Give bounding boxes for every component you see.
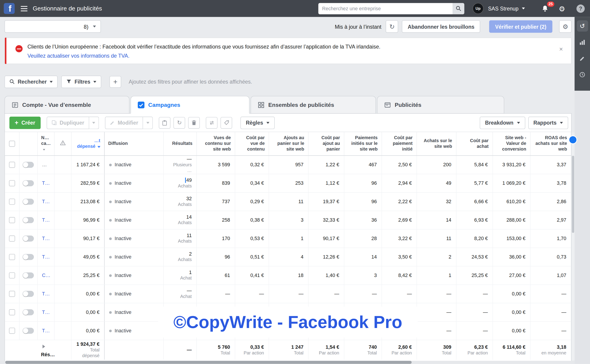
column-roas[interactable]: ROAS des achats sur site web <box>530 132 571 155</box>
column-name[interactable]: N… ca… <box>37 132 54 155</box>
clock-icon <box>579 71 585 78</box>
campaign-name-link[interactable]: C… <box>42 273 50 278</box>
row-checkbox[interactable] <box>9 162 15 168</box>
close-icon[interactable]: × <box>559 46 563 53</box>
duplicate-menu-caret[interactable] <box>89 116 99 129</box>
campaign-toggle[interactable] <box>23 254 34 260</box>
expand-icon[interactable] <box>43 344 45 348</box>
notifications-button[interactable]: 25 <box>541 4 550 13</box>
row-checkbox[interactable] <box>9 235 15 241</box>
loop-button[interactable]: ↻ <box>174 117 185 129</box>
column-cost-per-checkout[interactable]: Coût par paiement initié <box>382 132 417 155</box>
campaign-name-link[interactable]: T… <box>42 254 50 260</box>
column-purchases[interactable]: Achats sur le site web <box>417 132 456 155</box>
reports-button[interactable]: Rapports <box>528 116 568 129</box>
row-checkbox[interactable] <box>9 254 15 260</box>
campaign-toggle[interactable] <box>23 291 34 297</box>
account-menu[interactable]: SAS Strenup <box>488 6 525 11</box>
account-selector[interactable]: 8) <box>5 20 101 33</box>
search-input[interactable] <box>318 3 453 14</box>
row-checkbox[interactable] <box>9 309 15 315</box>
filters-button[interactable]: Filtres <box>61 75 101 88</box>
campaign-name-link[interactable]: T… <box>42 199 50 204</box>
menu-icon[interactable] <box>21 6 28 11</box>
campaign-name-link[interactable]: T… <box>42 291 50 297</box>
charts-button[interactable] <box>577 36 588 48</box>
history-button[interactable]: ↺ <box>577 20 588 32</box>
settings-button-secondary[interactable]: ⚙ <box>559 20 572 33</box>
edit-button[interactable] <box>577 53 588 64</box>
row-checkbox[interactable] <box>9 273 15 278</box>
column-warning[interactable] <box>54 132 71 155</box>
edit-menu-caret[interactable] <box>143 116 153 129</box>
campaign-toggle[interactable] <box>23 273 34 278</box>
row-checkbox[interactable] <box>9 291 15 297</box>
horizontal-scrollbar-thumb[interactable] <box>5 361 412 364</box>
tab-campaigns[interactable]: Campagnes <box>130 96 249 114</box>
search-filter-button[interactable]: Rechercher <box>5 75 58 88</box>
tab-adsets[interactable]: Ensembles de publicités <box>251 96 376 114</box>
select-all-checkbox[interactable] <box>9 141 15 146</box>
review-publish-button[interactable]: Vérifier et publier (2) <box>489 20 552 33</box>
column-spent[interactable]: …t dépensé <box>71 132 104 155</box>
activity-button[interactable] <box>577 69 588 80</box>
right-sidebar: ↺ <box>575 17 590 364</box>
add-filter-button[interactable]: + <box>110 76 121 87</box>
refresh-button[interactable]: ↻ <box>386 20 398 33</box>
vertical-scrollbar-thumb[interactable] <box>572 156 574 233</box>
tab-account-overview[interactable]: Compte - Vue d’ensemble <box>5 96 130 114</box>
create-button[interactable]: + Créer <box>9 116 40 129</box>
column-cost-per-purchase[interactable]: Coût par achat <box>456 132 493 155</box>
breakdown-button[interactable]: Breakdown <box>480 116 525 129</box>
campaign-toggle[interactable] <box>23 162 34 168</box>
delivery-cell: Inactive <box>104 155 163 174</box>
tab-ads[interactable]: Publicités <box>377 96 504 114</box>
vertical-scrollbar[interactable] <box>571 132 575 360</box>
campaign-name-link[interactable]: T… <box>42 217 50 223</box>
row-checkbox[interactable] <box>9 328 15 333</box>
row-checkbox[interactable] <box>9 217 15 223</box>
horizontal-scrollbar[interactable] <box>0 361 575 364</box>
column-checkout[interactable]: Paiements initiés sur le site web <box>344 132 382 155</box>
metric-cell-ic: 96 <box>344 174 382 192</box>
edit-button[interactable]: Modifier <box>105 116 153 129</box>
column-views[interactable]: Vues de contenu sur site web <box>196 132 235 155</box>
vat-update-link[interactable]: Veuillez actualiser vos informations de … <box>28 51 380 60</box>
row-checkbox[interactable] <box>9 180 15 186</box>
campaign-row: C…25,25 €Inactive1Achat610,41 €181,40 €3… <box>5 266 571 285</box>
ab-test-button[interactable] <box>206 117 218 129</box>
warning-cell <box>54 229 71 248</box>
campaign-toggle[interactable] <box>23 180 34 186</box>
campaign-toggle[interactable] <box>23 199 34 205</box>
campaign-toggle[interactable] <box>23 309 34 315</box>
campaign-name-link[interactable]: T… <box>42 328 50 333</box>
duplicate-button[interactable]: Dupliquer <box>46 116 99 129</box>
rules-button[interactable]: Règles <box>240 116 275 129</box>
campaign-name-link[interactable]: T… <box>42 235 50 241</box>
settings-button[interactable]: ⚙ <box>559 4 565 13</box>
campaign-name-link[interactable]: T… <box>42 180 50 186</box>
column-conversion-value[interactable]: Site web - Valeur de conversion <box>493 132 530 155</box>
column-results[interactable]: Résultats <box>163 132 196 155</box>
campaign-name-link[interactable]: T… <box>42 309 50 315</box>
search-button[interactable] <box>453 3 464 14</box>
campaign-toggle[interactable] <box>23 328 34 333</box>
column-add-to-cart[interactable]: Ajouts au panier sur le site web <box>269 132 308 155</box>
campaign-name-link[interactable]: … <box>42 162 47 167</box>
row-checkbox[interactable] <box>9 199 15 205</box>
delete-button[interactable] <box>188 117 200 129</box>
campaign-name-cell: T… <box>37 248 54 266</box>
clipboard-button[interactable] <box>159 117 171 129</box>
campaign-toggle[interactable] <box>23 235 34 241</box>
column-delivery[interactable]: Diffusion <box>104 132 163 155</box>
facebook-logo-icon[interactable]: f <box>4 3 15 14</box>
status-dot-icon <box>109 201 112 203</box>
avatar[interactable]: Up <box>473 3 484 14</box>
pinned-bubble[interactable] <box>569 136 577 144</box>
column-cost-per-add[interactable]: Coût par ajout au panier <box>308 132 344 155</box>
campaign-toggle[interactable] <box>23 217 34 223</box>
help-button[interactable]: ? <box>577 4 585 13</box>
column-cost-per-view[interactable]: Coût par vue de contenu <box>235 132 269 155</box>
tag-button[interactable] <box>220 117 232 129</box>
discard-drafts-button[interactable]: Abandonner les brouillons <box>402 20 480 33</box>
